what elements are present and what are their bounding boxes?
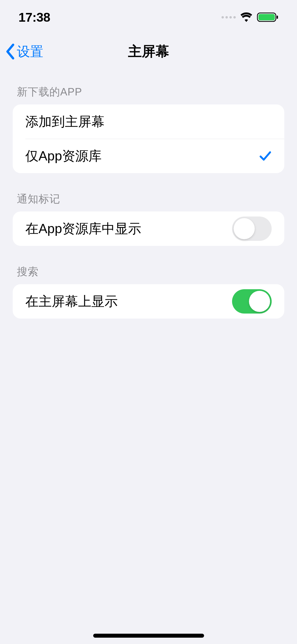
section-search: 搜索 在主屏幕上显示 xyxy=(13,264,284,319)
content-area: 新下载的APP 添加到主屏幕 仅App资源库 通知标记 在App资源库中显示 xyxy=(0,85,297,319)
row-label: 添加到主屏幕 xyxy=(25,113,105,131)
section-group: 在App资源库中显示 xyxy=(13,211,284,246)
nav-bar: 设置 主屏幕 xyxy=(0,34,297,69)
home-indicator[interactable] xyxy=(93,634,204,638)
toggle-switch[interactable] xyxy=(232,217,272,241)
page-title: 主屏幕 xyxy=(128,42,169,61)
section-header: 通知标记 xyxy=(13,192,284,211)
toggle-knob xyxy=(249,291,270,312)
toggle-knob xyxy=(234,218,255,239)
back-label: 设置 xyxy=(17,43,43,61)
section-notification-badges: 通知标记 在App资源库中显示 xyxy=(13,192,284,246)
row-label: 在App资源库中显示 xyxy=(25,220,141,238)
svg-rect-2 xyxy=(277,16,278,19)
toggle-show-in-app-library: 在App资源库中显示 xyxy=(13,211,284,246)
option-app-library-only[interactable]: 仅App资源库 xyxy=(13,139,284,173)
section-header: 搜索 xyxy=(13,264,284,284)
battery-icon xyxy=(257,12,279,22)
chevron-left-icon xyxy=(5,44,15,59)
toggle-switch[interactable] xyxy=(232,289,272,314)
cellular-signal-icon xyxy=(221,16,236,19)
section-header: 新下载的APP xyxy=(13,85,284,104)
wifi-icon xyxy=(240,12,253,22)
row-label: 在主屏幕上显示 xyxy=(25,293,118,310)
status-time: 17:38 xyxy=(18,10,50,25)
status-indicators xyxy=(221,12,279,22)
section-new-downloads: 新下载的APP 添加到主屏幕 仅App资源库 xyxy=(13,85,284,173)
toggle-show-on-home: 在主屏幕上显示 xyxy=(13,284,284,319)
status-bar: 17:38 xyxy=(0,0,297,34)
section-group: 在主屏幕上显示 xyxy=(13,284,284,319)
option-add-to-home[interactable]: 添加到主屏幕 xyxy=(13,104,284,139)
svg-rect-1 xyxy=(258,14,275,20)
row-label: 仅App资源库 xyxy=(25,147,102,165)
back-button[interactable]: 设置 xyxy=(5,43,43,61)
checkmark-icon xyxy=(259,150,272,162)
section-group: 添加到主屏幕 仅App资源库 xyxy=(13,104,284,173)
